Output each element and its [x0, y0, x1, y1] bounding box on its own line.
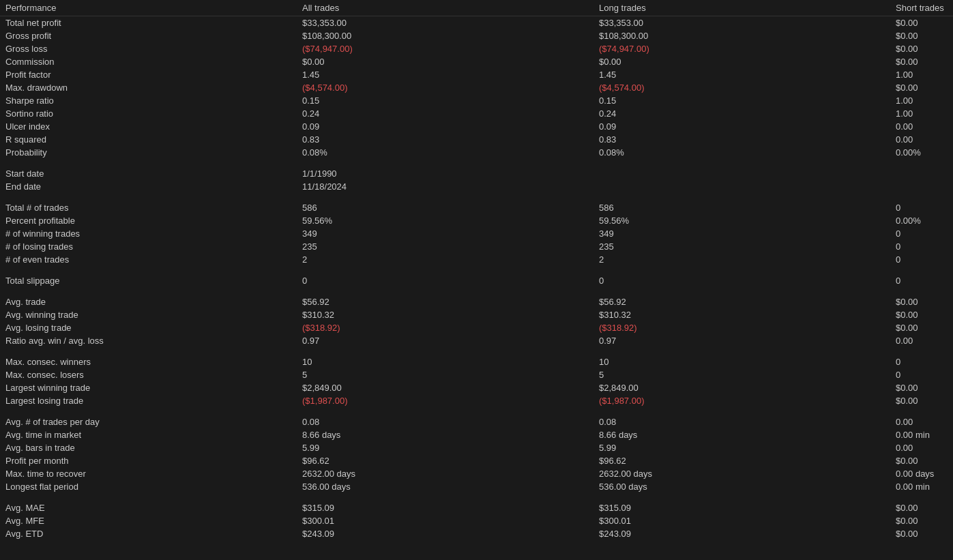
- row-long-value: $108,300.00: [593, 29, 890, 42]
- row-label: Total # of trades: [0, 201, 297, 214]
- row-long-value: [593, 167, 890, 180]
- table-row: Max. consec. winners10100: [0, 355, 953, 368]
- row-all-value: $108,300.00: [297, 29, 593, 42]
- table-row: # of even trades220: [0, 253, 953, 266]
- row-short-value: 0: [890, 227, 953, 240]
- table-row: Commission$0.00$0.00$0.00: [0, 55, 953, 68]
- table-row: Avg. losing trade($318.92)($318.92)$0.00: [0, 321, 953, 334]
- row-all-value: 0.97: [297, 334, 593, 347]
- row-all-value: 586: [297, 201, 593, 214]
- header-performance: Performance: [0, 0, 297, 16]
- row-all-value: 1.45: [297, 68, 593, 81]
- row-long-value: 5.99: [593, 441, 890, 454]
- row-long-value: $56.92: [593, 295, 890, 308]
- row-long-value: 235: [593, 240, 890, 253]
- table-row: Avg. trade$56.92$56.92$0.00: [0, 295, 953, 308]
- row-long-value: $315.09: [593, 501, 890, 514]
- row-long-value: 349: [593, 227, 890, 240]
- row-all-value: $243.09: [297, 527, 593, 540]
- row-label: End date: [0, 180, 297, 193]
- row-short-value: $0.00: [890, 321, 953, 334]
- row-label: Profit per month: [0, 454, 297, 467]
- row-all-value: ($318.92): [297, 321, 593, 334]
- row-label: Avg. winning trade: [0, 308, 297, 321]
- row-short-value: 0: [890, 201, 953, 214]
- table-row: Start date1/1/1990: [0, 167, 953, 180]
- row-long-value: $0.00: [593, 55, 890, 68]
- row-label: Avg. # of trades per day: [0, 415, 297, 428]
- row-all-value: 11/18/2024: [297, 180, 593, 193]
- row-short-value: $0.00: [890, 454, 953, 467]
- row-long-value: $243.09: [593, 527, 890, 540]
- row-long-value: 0: [593, 274, 890, 287]
- header-all-trades: All trades: [297, 0, 593, 16]
- row-short-value: 0: [890, 240, 953, 253]
- row-all-value: 0: [297, 274, 593, 287]
- row-all-value: 0.09: [297, 120, 593, 133]
- row-short-value: 0.00%: [890, 146, 953, 159]
- row-long-value: 8.66 days: [593, 428, 890, 441]
- row-label: Max. time to recover: [0, 467, 297, 480]
- table-row: Avg. bars in trade5.995.990.00: [0, 441, 953, 454]
- row-label: Total net profit: [0, 16, 297, 30]
- row-short-value: 0.00: [890, 334, 953, 347]
- row-all-value: 10: [297, 355, 593, 368]
- row-all-value: 0.15: [297, 94, 593, 107]
- row-long-value: 0.15: [593, 94, 890, 107]
- table-row: Avg. MFE$300.01$300.01$0.00: [0, 514, 953, 527]
- row-all-value: $96.62: [297, 454, 593, 467]
- table-row: Avg. winning trade$310.32$310.32$0.00: [0, 308, 953, 321]
- row-long-value: 0.08: [593, 415, 890, 428]
- performance-table: Performance All trades Long trades Short…: [0, 0, 953, 540]
- row-all-value: 2: [297, 253, 593, 266]
- spacer-row: [0, 493, 953, 501]
- row-label: Sharpe ratio: [0, 94, 297, 107]
- row-long-value: $310.32: [593, 308, 890, 321]
- row-label: Largest winning trade: [0, 381, 297, 394]
- row-label: Ratio avg. win / avg. loss: [0, 334, 297, 347]
- row-label: Ulcer index: [0, 120, 297, 133]
- table-row: # of losing trades2352350: [0, 240, 953, 253]
- table-row: Longest flat period536.00 days536.00 day…: [0, 480, 953, 493]
- row-long-value: $33,353.00: [593, 16, 890, 30]
- row-label: Max. drawdown: [0, 81, 297, 94]
- row-short-value: $0.00: [890, 55, 953, 68]
- spacer-row: [0, 407, 953, 415]
- row-all-value: ($4,574.00): [297, 81, 593, 94]
- table-row: Total # of trades5865860: [0, 201, 953, 214]
- table-row: Total slippage000: [0, 274, 953, 287]
- row-all-value: $0.00: [297, 55, 593, 68]
- row-label: Probability: [0, 146, 297, 159]
- table-row: Total net profit$33,353.00$33,353.00$0.0…: [0, 16, 953, 30]
- row-short-value: 0.00%: [890, 214, 953, 227]
- table-row: Avg. MAE$315.09$315.09$0.00: [0, 501, 953, 514]
- row-short-value: 0.00 days: [890, 467, 953, 480]
- row-long-value: 2632.00 days: [593, 467, 890, 480]
- row-long-value: 0.97: [593, 334, 890, 347]
- row-label: Avg. losing trade: [0, 321, 297, 334]
- table-row: Max. drawdown($4,574.00)($4,574.00)$0.00: [0, 81, 953, 94]
- row-long-value: ($318.92): [593, 321, 890, 334]
- row-label: Avg. time in market: [0, 428, 297, 441]
- row-short-value: 0: [890, 368, 953, 381]
- row-short-value: 1.00: [890, 94, 953, 107]
- row-label: Sortino ratio: [0, 107, 297, 120]
- row-long-value: 10: [593, 355, 890, 368]
- row-short-value: [890, 167, 953, 180]
- spacer-row: [0, 266, 953, 274]
- row-short-value: $0.00: [890, 394, 953, 407]
- spacer-row: [0, 193, 953, 201]
- row-short-value: 0.00 min: [890, 480, 953, 493]
- table-row: Ratio avg. win / avg. loss0.970.970.00: [0, 334, 953, 347]
- row-all-value: 0.24: [297, 107, 593, 120]
- row-short-value: $0.00: [890, 514, 953, 527]
- row-label: Avg. MAE: [0, 501, 297, 514]
- row-long-value: [593, 180, 890, 193]
- row-label: Gross loss: [0, 42, 297, 55]
- table-row: End date11/18/2024: [0, 180, 953, 193]
- row-label: # of winning trades: [0, 227, 297, 240]
- row-all-value: 59.56%: [297, 214, 593, 227]
- row-all-value: 349: [297, 227, 593, 240]
- row-all-value: $56.92: [297, 295, 593, 308]
- table-row: Gross loss($74,947.00)($74,947.00)$0.00: [0, 42, 953, 55]
